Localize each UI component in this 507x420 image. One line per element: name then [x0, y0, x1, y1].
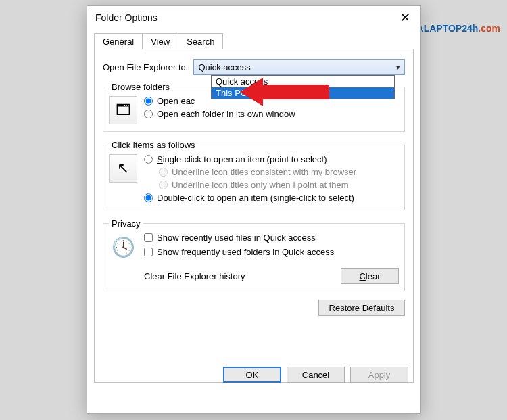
open-file-explorer-dropdown: Quick access This PC: [211, 75, 395, 99]
checkbox-recent-files[interactable]: Show recently used files in Quick access: [144, 233, 334, 243]
dropdown-option-this-pc[interactable]: This PC: [212, 87, 394, 99]
tab-panel-general: Open File Explorer to: Quick access ▾ Qu…: [94, 49, 414, 383]
browse-folders-icon: 🗔: [109, 96, 137, 124]
combo-selected: Quick access: [198, 62, 250, 72]
privacy-icon: 🕓: [109, 233, 137, 261]
dialog-buttons: OK Cancel Apply: [87, 367, 420, 383]
dropdown-option-quick-access[interactable]: Quick access: [212, 76, 394, 87]
click-items-icon: ↖: [109, 154, 137, 183]
restore-defaults-button[interactable]: Restore Defaults: [318, 300, 405, 316]
dialog-title: Folder Options: [95, 12, 158, 23]
open-file-explorer-label: Open File Explorer to:: [103, 62, 188, 72]
ok-button[interactable]: OK: [223, 367, 281, 383]
close-button[interactable]: ✕: [389, 6, 420, 29]
clear-history-label: Clear File Explorer history: [109, 271, 341, 281]
tab-search[interactable]: Search: [178, 33, 223, 49]
chevron-down-icon: ▾: [396, 63, 400, 72]
fieldset-privacy: Privacy 🕓 Show recently used files in Qu…: [103, 218, 405, 291]
checkbox-frequent-folders[interactable]: Show frequently used folders in Quick ac…: [144, 247, 334, 257]
close-icon: ✕: [400, 10, 410, 25]
folder-options-dialog: Folder Options ✕ General View Search Ope…: [87, 5, 421, 414]
tabs: General View Search: [94, 33, 414, 49]
legend-browse-folders: Browse folders: [109, 82, 172, 92]
titlebar: Folder Options ✕: [87, 6, 420, 29]
tab-view[interactable]: View: [142, 33, 178, 49]
radio-single-click[interactable]: Single-click to open an item (point to s…: [144, 154, 356, 164]
tab-general[interactable]: General: [94, 33, 143, 49]
open-file-explorer-row: Open File Explorer to: Quick access ▾: [103, 59, 405, 75]
radio-underline-point: Underline icon titles only when I point …: [159, 180, 356, 190]
radio-double-click[interactable]: Double-click to open an item (single-cli…: [144, 193, 356, 203]
clear-button[interactable]: Clear: [341, 268, 399, 284]
open-file-explorer-combo[interactable]: Quick access ▾: [193, 59, 405, 75]
legend-privacy: Privacy: [109, 218, 143, 229]
apply-button: Apply: [350, 367, 408, 383]
cancel-button[interactable]: Cancel: [287, 367, 345, 383]
fieldset-click-items: Click items as follows ↖ Single-click to…: [103, 140, 405, 210]
legend-click-items: Click items as follows: [109, 140, 198, 150]
radio-underline-browser: Underline icon titles consistent with my…: [159, 167, 356, 177]
radio-open-own-window[interactable]: Open each folder in its own window: [144, 109, 295, 119]
